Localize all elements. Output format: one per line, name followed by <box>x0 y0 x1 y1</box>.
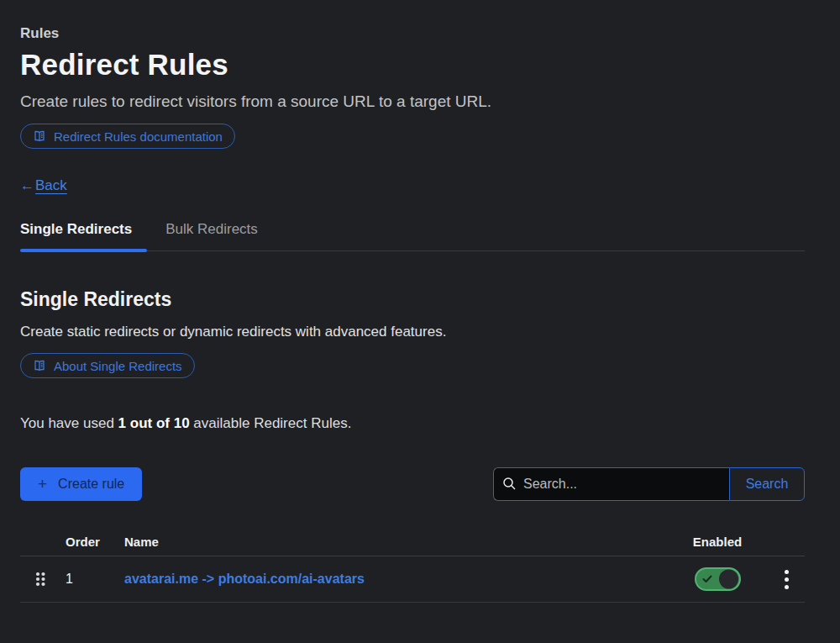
rule-name-link[interactable]: avatarai.me -> photoai.com/ai-avatars <box>124 572 667 587</box>
drag-handle-icon[interactable] <box>20 571 66 588</box>
about-single-redirects-button[interactable]: About Single Redirects <box>20 353 195 378</box>
tab-bar: Single Redirects Bulk Redirects <box>20 221 805 251</box>
usage-suffix: available Redirect Rules. <box>190 415 352 431</box>
usage-prefix: You have used <box>20 415 118 431</box>
redirect-rules-documentation-button[interactable]: Redirect Rules documentation <box>20 124 235 149</box>
search-input[interactable] <box>493 467 729 501</box>
page-content: Rules Redirect Rules Create rules to red… <box>20 0 805 603</box>
plus-icon: + <box>38 475 47 493</box>
tab-single-redirects[interactable]: Single Redirects <box>20 221 134 250</box>
column-header-enabled: Enabled <box>667 535 768 549</box>
check-icon <box>702 572 712 587</box>
kebab-menu-icon[interactable] <box>774 567 799 593</box>
create-rule-button-label: Create rule <box>58 477 124 492</box>
arrow-left-icon: ← <box>20 177 34 194</box>
page-title: Redirect Rules <box>20 48 805 82</box>
book-icon <box>33 359 46 372</box>
breadcrumb: Rules <box>20 25 805 42</box>
section-heading: Single Redirects <box>20 288 805 311</box>
book-icon <box>33 129 46 143</box>
section-description: Create static redirects or dynamic redir… <box>20 324 805 340</box>
search-group: Search <box>493 467 805 501</box>
page-subtitle: Create rules to redirect visitors from a… <box>20 92 805 111</box>
rules-table: Order Name Enabled 1 avatarai.me -> phot… <box>20 528 805 603</box>
back-link-label: Back <box>35 177 67 194</box>
create-rule-button[interactable]: + Create rule <box>20 467 142 501</box>
toolbar: + Create rule Search <box>20 467 805 501</box>
usage-count: 1 out of 10 <box>118 415 190 431</box>
documentation-button-label: Redirect Rules documentation <box>54 129 223 144</box>
rule-order: 1 <box>66 572 124 587</box>
back-link[interactable]: ←Back <box>20 177 67 194</box>
toggle-knob <box>719 570 738 589</box>
about-button-label: About Single Redirects <box>54 359 182 373</box>
enabled-toggle[interactable] <box>695 567 741 591</box>
table-row: 1 avatarai.me -> photoai.com/ai-avatars <box>20 556 805 603</box>
search-button[interactable]: Search <box>729 467 805 501</box>
column-header-order: Order <box>66 535 124 549</box>
usage-summary: You have used 1 out of 10 available Redi… <box>20 415 805 432</box>
tab-bulk-redirects[interactable]: Bulk Redirects <box>165 221 260 250</box>
column-header-name: Name <box>124 535 667 549</box>
table-header-row: Order Name Enabled <box>20 528 805 556</box>
